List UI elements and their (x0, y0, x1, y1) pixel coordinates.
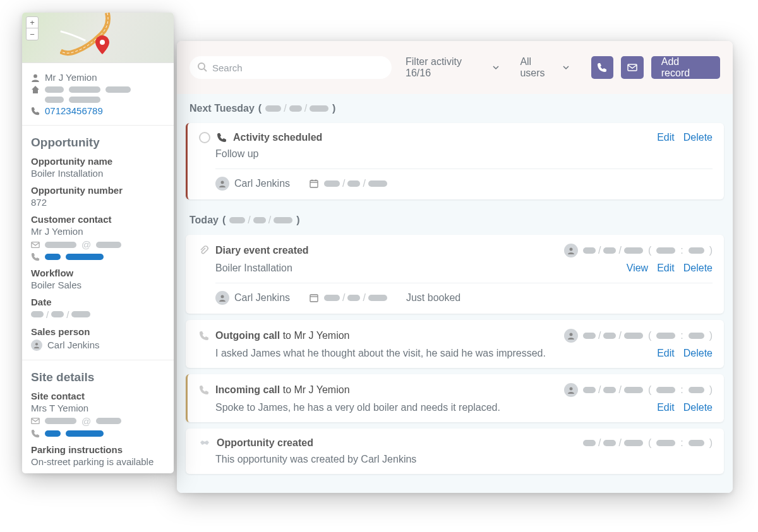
delete-link[interactable]: Delete (683, 132, 713, 143)
zoom-in-button[interactable]: + (27, 17, 38, 28)
activity-toolbar: Filter activity 16/16 All users Add reco… (177, 41, 733, 94)
phone-icon (217, 133, 227, 143)
map-zoom-controls: + − (26, 16, 39, 40)
activity-user: Carl Jenkins (215, 177, 290, 191)
svg-rect-10 (310, 295, 318, 302)
call-recipient: Mr J Yemion (294, 330, 349, 341)
section-header-next: Next Tuesday ( // ) (177, 94, 733, 119)
handshake-icon (199, 437, 210, 449)
card-title: Activity scheduled (233, 132, 322, 143)
users-filter-dropdown[interactable]: All users (514, 52, 575, 83)
search-input[interactable] (190, 56, 392, 79)
email-button[interactable] (621, 56, 644, 79)
svg-line-1 (204, 69, 207, 71)
svg-rect-18 (32, 418, 39, 424)
details-sidebar: + − Mr J Yemion 07123456789 Opportunity … (22, 13, 174, 473)
calendar-icon (309, 179, 319, 189)
search-container (190, 56, 392, 79)
chevron-down-icon (492, 64, 500, 71)
site-details-heading: Site details (31, 370, 165, 384)
opportunity-name-label: Opportunity name (31, 156, 165, 167)
phone-icon (199, 331, 209, 341)
parking-value: On-street parking is available (31, 456, 165, 467)
avatar-icon (564, 383, 578, 397)
card-body: I asked James what he thought about the … (215, 348, 546, 359)
date-placeholder: // (31, 309, 90, 320)
opportunity-heading: Opportunity (31, 136, 165, 150)
phone-link[interactable]: 07123456789 (45, 105, 103, 116)
card-title: Incoming call (215, 384, 280, 395)
parking-label: Parking instructions (31, 444, 165, 455)
delete-link[interactable]: Delete (683, 348, 713, 359)
home-icon (31, 85, 40, 94)
card-title: Diary event created (215, 245, 309, 256)
site-contact-value: Mrs T Yemion (31, 403, 165, 413)
user-name: Carl Jenkins (234, 178, 290, 189)
activity-status: Just booked (406, 292, 460, 304)
map-preview[interactable]: + − (22, 13, 174, 63)
activity-panel: Filter activity 16/16 All users Add reco… (177, 41, 733, 493)
svg-rect-16 (32, 242, 39, 247)
zoom-out-button[interactable]: − (27, 28, 38, 40)
svg-point-0 (198, 63, 205, 69)
date-placeholder: // (229, 215, 292, 226)
phone-button[interactable] (591, 56, 614, 79)
workflow-label: Workflow (31, 268, 165, 278)
card-body: This opportunity was created by Carl Jen… (215, 454, 713, 465)
view-link[interactable]: View (627, 263, 648, 274)
phone-icon (31, 252, 40, 261)
opportunity-name-value: Boiler Installation (31, 168, 165, 179)
edit-link[interactable]: Edit (657, 348, 675, 359)
workflow-value: Boiler Sales (31, 280, 165, 290)
phone-icon (31, 429, 40, 438)
customer-contact-value: Mr J Yemion (31, 226, 165, 237)
filter-activity-dropdown[interactable]: Filter activity 16/16 (399, 52, 506, 83)
avatar-icon (564, 244, 578, 257)
svg-rect-4 (310, 180, 318, 187)
activity-card-incoming-call: Incoming call to Mr J Yemion // (:) Spok… (186, 374, 724, 422)
calendar-icon (309, 293, 319, 303)
svg-point-15 (33, 74, 37, 78)
customer-contact-label: Customer contact (31, 214, 165, 225)
card-body: Spoke to James, he has a very old boiler… (215, 402, 500, 413)
attachment-icon (199, 245, 209, 256)
section-header-today: Today ( // ) (177, 206, 733, 231)
delete-link[interactable]: Delete (683, 263, 713, 274)
person-icon (31, 73, 40, 82)
svg-point-9 (221, 295, 224, 299)
avatar-icon (564, 329, 578, 343)
opportunity-number-value: 872 (31, 197, 165, 208)
activity-card-outgoing-call: Outgoing call to Mr J Yemion // (:) I as… (186, 320, 724, 368)
avatar-icon (215, 177, 229, 191)
activity-card-opportunity-created: Opportunity created // (:) This opportun… (186, 429, 724, 474)
add-record-button[interactable]: Add record (651, 56, 720, 79)
activity-card-diary: Diary event created // (:) Boiler Instal… (186, 235, 724, 314)
card-subtitle: Follow up (215, 148, 713, 160)
edit-link[interactable]: Edit (657, 132, 675, 143)
complete-toggle[interactable] (199, 132, 210, 143)
opportunity-number-label: Opportunity number (31, 185, 165, 196)
site-contact-label: Site contact (31, 391, 165, 401)
section-label: Next Tuesday (190, 103, 255, 114)
avatar-icon (215, 291, 229, 305)
contact-name: Mr J Yemion (45, 72, 97, 83)
envelope-icon (31, 417, 40, 425)
date-placeholder: // (265, 103, 328, 114)
sales-person-label: Sales person (31, 326, 165, 337)
sales-person-value: Carl Jenkins (47, 340, 100, 350)
delete-link[interactable]: Delete (683, 402, 713, 413)
svg-rect-2 (628, 64, 637, 71)
card-title: Outgoing call (215, 330, 280, 341)
section-label: Today (190, 215, 219, 226)
avatar-icon (31, 340, 42, 351)
svg-point-3 (221, 181, 224, 184)
users-filter-label: All users (520, 56, 558, 79)
opportunity-block: Opportunity Opportunity name Boiler Inst… (22, 126, 174, 360)
card-title: Opportunity created (217, 437, 313, 448)
activity-user: Carl Jenkins (215, 291, 290, 305)
activity-card-scheduled: Activity scheduled Edit Delete Follow up… (186, 123, 724, 199)
edit-link[interactable]: Edit (657, 263, 675, 274)
map-pin-icon (95, 35, 109, 54)
edit-link[interactable]: Edit (657, 402, 675, 413)
add-record-label: Add record (661, 56, 710, 79)
